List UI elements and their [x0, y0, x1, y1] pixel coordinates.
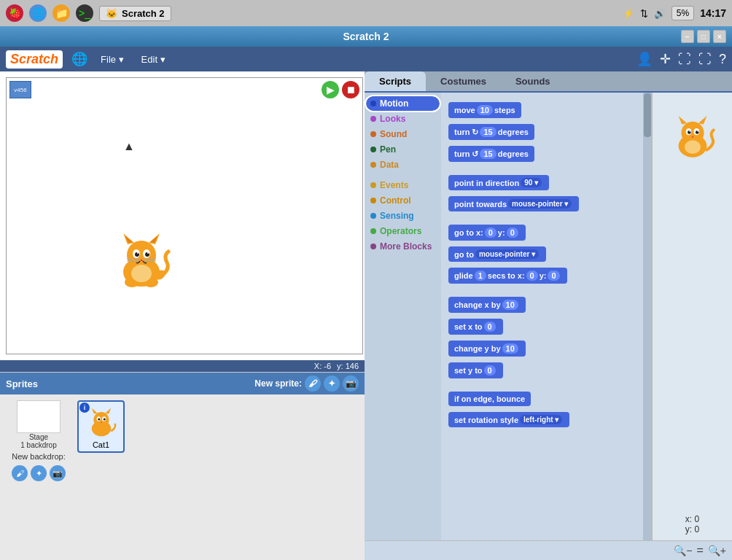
presentation-icon[interactable]: ⛶ — [698, 52, 712, 67]
new-sprite-controls: New sprite: 🖌 ✦ 📷 — [254, 376, 359, 392]
category-pen[interactable]: Pen — [366, 142, 440, 157]
zoom-in-button[interactable]: 🔍+ — [708, 545, 726, 556]
menu-action-icons: 👤 ✛ ⛶ ⛶ ? — [636, 51, 726, 67]
preview-y-value: 0 — [695, 524, 700, 534]
stop-button[interactable]: ⏹ — [342, 81, 359, 98]
preview-x-label: x: — [685, 514, 692, 524]
block-set-y[interactable]: set y to 0 — [448, 362, 503, 378]
maximize-button[interactable]: □ — [697, 30, 710, 43]
new-sprite-label: New sprite: — [254, 378, 302, 389]
paint-sprite-button[interactable]: 🖌 — [305, 376, 321, 392]
category-operators[interactable]: Operators — [366, 224, 440, 238]
language-icon[interactable]: 🌐 — [71, 51, 87, 67]
category-more-blocks[interactable]: More Blocks — [366, 239, 440, 254]
svg-marker-32 — [678, 116, 687, 125]
stage-thumbnail[interactable] — [17, 400, 61, 433]
category-sound[interactable]: Sound — [366, 127, 440, 141]
new-sprite-button[interactable]: ✦ — [324, 376, 340, 392]
block-go-x-value[interactable]: 0 — [485, 228, 497, 238]
tab-costumes[interactable]: Costumes — [426, 71, 501, 91]
edit-menu[interactable]: Edit ▾ — [137, 51, 170, 68]
block-move[interactable]: move 10 steps — [448, 102, 521, 118]
category-pen-label: Pen — [380, 144, 396, 155]
folder-icon[interactable]: 📁 — [52, 4, 70, 22]
block-point-towards[interactable]: point towards mouse-pointer ▾ — [448, 196, 579, 211]
stage-sprite-thumb: v456 — [9, 81, 31, 98]
browser-icon[interactable]: 🌐 — [29, 4, 47, 22]
camera-sprite-button[interactable]: 📷 — [343, 376, 359, 392]
zoom-reset-button[interactable]: = — [696, 544, 703, 557]
category-motion[interactable]: Motion — [366, 96, 440, 111]
minimize-button[interactable]: − — [681, 30, 694, 43]
block-set-x-value[interactable]: 0 — [484, 322, 496, 332]
block-towards-dropdown[interactable]: mouse-pointer ▾ — [508, 199, 572, 209]
block-go-y-value[interactable]: 0 — [507, 228, 518, 238]
block-glide[interactable]: glide 1 secs to x: 0 y: 0 — [448, 268, 567, 284]
block-glide-x[interactable]: 0 — [526, 271, 538, 281]
sprite-info-badge[interactable]: i — [79, 402, 90, 413]
app-window: Scratch 2 − □ × Scratch 🌐 File ▾ Edit ▾ … — [0, 26, 732, 560]
file-menu[interactable]: File ▾ — [96, 51, 128, 68]
block-glide-y[interactable]: 0 — [548, 271, 559, 281]
data-dot — [370, 162, 376, 168]
scratch-taskbar-item[interactable]: 🐱 Scratch 2 — [99, 6, 171, 21]
block-turn-cw-value[interactable]: 15 — [480, 127, 496, 137]
close-button[interactable]: × — [713, 30, 726, 43]
category-sensing[interactable]: Sensing — [366, 209, 440, 223]
block-change-x[interactable]: change x by 10 — [448, 297, 526, 313]
block-change-y-value[interactable]: 10 — [502, 343, 518, 354]
raspberry-icon[interactable]: 🍓 — [6, 4, 23, 22]
block-go-xy[interactable]: go to x: 0 y: 0 — [448, 225, 526, 241]
block-set-y-value[interactable]: 0 — [484, 365, 496, 376]
block-turn-ccw-value[interactable]: 15 — [480, 149, 496, 159]
volume-icon: 🔊 — [654, 8, 666, 19]
block-set-x[interactable]: set x to 0 — [448, 319, 503, 335]
camera-backdrop-button[interactable]: 📷 — [50, 465, 66, 481]
green-flag-button[interactable]: ▶ — [322, 81, 339, 98]
blocks-panel: Scripts Costumes Sounds Motion Looks — [365, 71, 732, 560]
block-go-xy-row: go to x: 0 y: 0 — [447, 222, 637, 243]
events-dot — [370, 182, 376, 188]
block-turn-ccw[interactable]: turn ↺ 15 degrees — [448, 146, 534, 162]
block-bounce[interactable]: if on edge, bounce — [448, 392, 531, 406]
block-glide-secs[interactable]: 1 — [475, 271, 486, 281]
block-go-to[interactable]: go to mouse-pointer ▾ — [448, 246, 546, 262]
fullscreen-icon[interactable]: ⛶ — [678, 52, 691, 67]
upload-backdrop-button[interactable]: ✦ — [31, 465, 47, 481]
blocks-scrollbar[interactable] — [643, 93, 652, 540]
block-rotation-style[interactable]: set rotation style left-right ▾ — [448, 412, 569, 427]
block-turn-ccw-row: turn ↺ 15 degrees — [447, 144, 637, 164]
stage-canvas[interactable]: v456 ▶ ⏹ — [6, 77, 363, 354]
help-icon[interactable]: ? — [719, 52, 726, 67]
profile-icon[interactable]: 👤 — [636, 51, 653, 67]
block-dir-dropdown[interactable]: 90 ▾ — [521, 178, 542, 187]
paint-backdrop-button[interactable]: 🖌 — [12, 465, 28, 481]
new-backdrop-label: New backdrop: — [6, 449, 71, 464]
cat1-sprite-item[interactable]: i — [77, 400, 125, 453]
tab-sounds[interactable]: Sounds — [501, 71, 565, 91]
window-title: Scratch 2 — [343, 31, 389, 42]
cat-sprite — [109, 230, 174, 295]
category-data[interactable]: Data — [366, 158, 440, 172]
scrollbar-thumb[interactable] — [644, 93, 651, 137]
category-looks[interactable]: Looks — [366, 112, 440, 126]
terminal-icon[interactable]: >_ — [76, 4, 93, 22]
category-events[interactable]: Events — [366, 178, 440, 192]
block-change-x-value[interactable]: 10 — [502, 300, 518, 310]
zoom-out-button[interactable]: 🔍− — [674, 545, 692, 556]
svg-point-20 — [131, 265, 152, 282]
block-goto-dropdown[interactable]: mouse-pointer ▾ — [475, 249, 539, 259]
block-rotation-dropdown[interactable]: left-right ▾ — [520, 415, 562, 424]
block-turn-cw[interactable]: turn ↻ 15 degrees — [448, 124, 534, 140]
block-change-y[interactable]: change y by 10 — [448, 341, 526, 357]
svg-point-10 — [137, 252, 139, 254]
block-move-value[interactable]: 10 — [477, 105, 493, 115]
add-icon[interactable]: ✛ — [660, 51, 671, 67]
tab-scripts[interactable]: Scripts — [365, 71, 426, 91]
scratch-cat-icon: 🐱 — [106, 8, 117, 19]
preview-y-label: y: — [685, 524, 692, 534]
stage-name: Stage — [29, 433, 48, 441]
category-control[interactable]: Control — [366, 193, 440, 208]
block-point-direction[interactable]: point in direction 90 ▾ — [448, 175, 549, 190]
scratch-logo: Scratch — [6, 50, 63, 69]
